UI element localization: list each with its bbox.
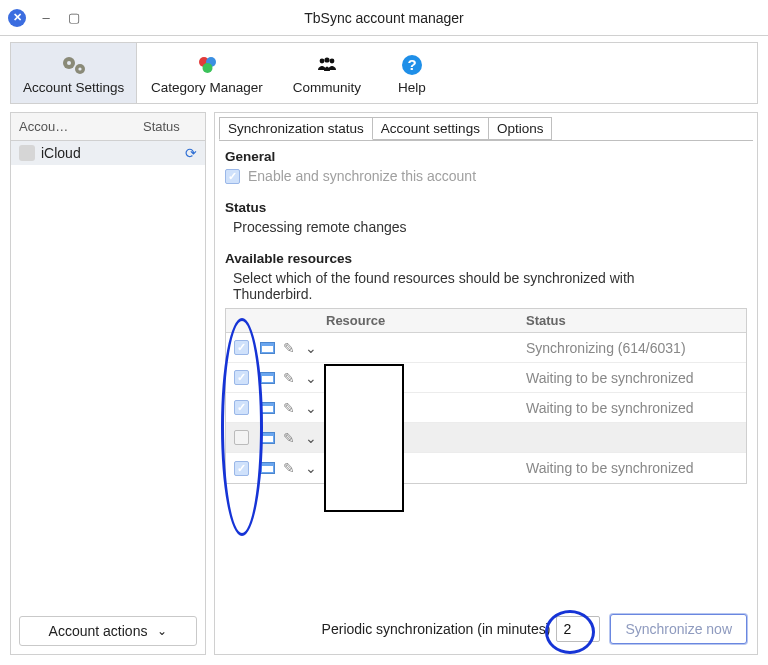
account-row[interactable]: iCloud ⟳	[11, 141, 205, 165]
chevron-down-icon[interactable]: ⌄	[300, 400, 322, 416]
edit-icon[interactable]: ✎	[278, 460, 300, 476]
enable-account-checkbox[interactable]: ✓	[225, 169, 240, 184]
resource-checkbox[interactable]: ✓	[234, 370, 249, 385]
svg-point-3	[78, 67, 81, 70]
window-minimize-button[interactable]: –	[36, 8, 56, 28]
refresh-icon[interactable]: ⟳	[185, 145, 197, 161]
col-resource: Resource	[322, 309, 526, 332]
toolbar-label: Help	[398, 80, 426, 95]
window-close-button[interactable]: ✕	[8, 9, 26, 27]
account-actions-dropdown[interactable]: Account actions ⌄	[19, 616, 197, 646]
svg-point-6	[202, 63, 212, 73]
edit-icon[interactable]: ✎	[278, 340, 300, 356]
toolbar-account-settings[interactable]: Account Settings	[11, 43, 137, 103]
resource-checkbox[interactable]: ✓	[234, 461, 249, 476]
enable-account-label: Enable and synchronize this account	[248, 168, 476, 184]
synchronize-now-button[interactable]: Synchronize now	[610, 614, 747, 644]
section-general: General	[225, 149, 747, 164]
window-title: TbSync account manager	[0, 10, 768, 26]
svg-point-9	[329, 58, 334, 63]
resource-row[interactable]: ✓ ✎ ⌄ Waiting to be synchronized	[226, 393, 746, 423]
col-status: Status	[526, 309, 746, 332]
section-available: Available resources	[225, 251, 747, 266]
help-icon: ?	[400, 52, 424, 78]
toolbar-community[interactable]: Community	[277, 43, 377, 103]
periodic-sync-minutes-input[interactable]	[556, 616, 600, 642]
calendar-icon	[260, 372, 275, 384]
body-area: Accou… Status iCloud ⟳ Account actions ⌄…	[0, 112, 768, 665]
tab-options[interactable]: Options	[488, 117, 553, 140]
resources-table: Resource Status ✓ ✎ ⌄ Synchronizing (614…	[225, 308, 747, 484]
calendar-icon	[260, 402, 275, 414]
svg-point-7	[319, 58, 324, 63]
edit-icon[interactable]: ✎	[278, 370, 300, 386]
toolbar-label: Community	[293, 80, 361, 95]
tab-content: General ✓ Enable and synchronize this ac…	[215, 147, 757, 654]
sidebar-col-account: Accou…	[11, 113, 135, 140]
toolbar-help[interactable]: ? Help	[377, 43, 447, 103]
footer: Periodic synchronization (in minutes) Sy…	[225, 614, 747, 644]
titlebar: ✕ – ▢ TbSync account manager	[0, 0, 768, 36]
resource-status: Waiting to be synchronized	[526, 370, 746, 386]
apple-icon	[19, 145, 35, 161]
chevron-down-icon[interactable]: ⌄	[300, 370, 322, 386]
warning-icon: ⚠	[330, 430, 342, 445]
calendar-icon	[260, 462, 275, 474]
account-name: iCloud	[41, 145, 185, 161]
resource-checkbox[interactable]: ✓	[234, 400, 249, 415]
resource-checkbox[interactable]: ✓	[234, 340, 249, 355]
chevron-down-icon[interactable]: ⌄	[300, 460, 322, 476]
window-maximize-button[interactable]: ▢	[64, 8, 84, 28]
main-panel: Synchronization status Account settings …	[214, 112, 758, 655]
enable-account-row[interactable]: ✓ Enable and synchronize this account	[225, 168, 747, 184]
section-status: Status	[225, 200, 747, 215]
resource-row[interactable]: ✓ ✎ ⌄ Synchronizing (614/6031)	[226, 333, 746, 363]
account-actions-label: Account actions	[49, 623, 148, 639]
edit-icon[interactable]: ✎	[278, 430, 300, 446]
available-description: Select which of the found resources shou…	[233, 270, 703, 302]
resource-name: ⚠	[322, 430, 526, 445]
main-toolbar: Account Settings Category Manager Commun…	[10, 42, 758, 104]
community-icon	[313, 52, 341, 78]
sidebar-col-status: Status	[135, 113, 205, 140]
resource-status: Waiting to be synchronized	[526, 400, 746, 416]
resource-status: Waiting to be synchronized	[526, 460, 746, 476]
tabs: Synchronization status Account settings …	[215, 113, 757, 140]
resources-header: Resource Status	[226, 309, 746, 333]
tab-account-settings[interactable]: Account settings	[372, 117, 489, 140]
resource-row[interactable]: ✓ ✎ ⌄ Waiting to be synchronized	[226, 363, 746, 393]
category-icon	[193, 52, 221, 78]
chevron-down-icon[interactable]: ⌄	[300, 430, 322, 446]
calendar-icon	[260, 432, 275, 444]
resource-checkbox[interactable]	[234, 430, 249, 445]
calendar-icon	[260, 342, 275, 354]
resource-row[interactable]: ✓ ✎ ⌄ Waiting to be synchronized	[226, 453, 746, 483]
edit-icon[interactable]: ✎	[278, 400, 300, 416]
tab-sync-status[interactable]: Synchronization status	[219, 117, 373, 140]
toolbar-category-manager[interactable]: Category Manager	[137, 43, 277, 103]
toolbar-label: Category Manager	[151, 80, 263, 95]
resource-status: Synchronizing (614/6031)	[526, 340, 746, 356]
resource-row[interactable]: ✎ ⌄ ⚠	[226, 423, 746, 453]
svg-point-8	[324, 57, 329, 62]
accounts-sidebar: Accou… Status iCloud ⟳ Account actions ⌄	[10, 112, 206, 655]
svg-point-1	[67, 61, 71, 65]
toolbar-label: Account Settings	[23, 80, 124, 95]
svg-text:?: ?	[407, 56, 416, 73]
gears-icon	[60, 52, 88, 78]
sidebar-header: Accou… Status	[11, 113, 205, 141]
periodic-sync-label: Periodic synchronization (in minutes)	[322, 621, 551, 637]
chevron-down-icon: ⌄	[157, 624, 167, 638]
chevron-down-icon[interactable]: ⌄	[300, 340, 322, 356]
status-text: Processing remote changes	[233, 219, 747, 235]
